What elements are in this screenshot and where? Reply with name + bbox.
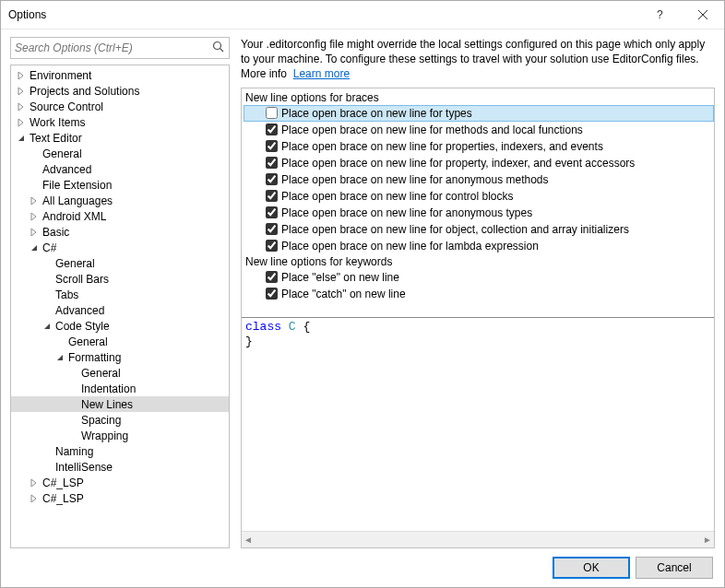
option-row[interactable]: Place open brace on new line for anonymo… bbox=[244, 171, 714, 188]
option-label: Place open brace on new line for anonymo… bbox=[281, 206, 532, 219]
tree-item-label: Android XML bbox=[41, 210, 106, 223]
tree-item[interactable]: Source Control bbox=[11, 99, 229, 114]
tree-item[interactable]: All Languages bbox=[11, 193, 229, 208]
checkbox-list[interactable]: New line options for bracesPlace open br… bbox=[242, 88, 714, 317]
tree-item-label: All Languages bbox=[41, 194, 113, 207]
tree-item[interactable]: Wrapping bbox=[11, 428, 229, 443]
chevron-down-icon[interactable] bbox=[41, 320, 53, 333]
svg-point-3 bbox=[214, 42, 221, 50]
option-checkbox[interactable] bbox=[266, 271, 278, 283]
tree-item[interactable]: C#_LSP bbox=[11, 475, 229, 490]
chevron-right-icon[interactable] bbox=[28, 194, 41, 207]
tree-item-label: Scroll Bars bbox=[53, 273, 109, 286]
tree-item[interactable]: C#_LSP bbox=[11, 490, 229, 506]
tree-arrow-spacer bbox=[66, 398, 79, 411]
option-row[interactable]: Place open brace on new line for propert… bbox=[244, 155, 714, 171]
tree-item-label: New Lines bbox=[79, 398, 133, 411]
help-button[interactable]: ? bbox=[639, 1, 682, 29]
close-button[interactable] bbox=[682, 1, 724, 29]
tree-item-label: C#_LSP bbox=[41, 492, 84, 505]
scroll-right-icon[interactable]: ► bbox=[703, 535, 712, 545]
search-box[interactable] bbox=[10, 37, 230, 59]
tree-item[interactable]: Spacing bbox=[11, 412, 229, 428]
tree-item[interactable]: Naming bbox=[11, 443, 229, 459]
tree-item[interactable]: Code Style bbox=[11, 318, 229, 334]
chevron-right-icon[interactable] bbox=[15, 85, 28, 98]
tree-item-label: Environment bbox=[28, 69, 91, 82]
tree-arrow-spacer bbox=[41, 445, 53, 458]
option-label: Place open brace on new line for propert… bbox=[281, 140, 603, 153]
tree-arrow-spacer bbox=[41, 461, 53, 474]
options-tree[interactable]: EnvironmentProjects and SolutionsSource … bbox=[10, 65, 230, 548]
tree-item[interactable]: File Extension bbox=[11, 177, 229, 193]
tree-item-label: General bbox=[53, 257, 95, 270]
option-label: Place open brace on new line for methods… bbox=[281, 123, 583, 136]
option-checkbox[interactable] bbox=[266, 157, 278, 169]
chevron-right-icon[interactable] bbox=[15, 116, 28, 129]
intro-text: Your .editorconfig file might override t… bbox=[241, 37, 715, 82]
option-checkbox[interactable] bbox=[266, 140, 278, 152]
option-row[interactable]: Place open brace on new line for methods… bbox=[244, 122, 714, 138]
tree-item[interactable]: Advanced bbox=[11, 161, 229, 177]
option-checkbox[interactable] bbox=[266, 240, 278, 252]
option-row[interactable]: Place open brace on new line for propert… bbox=[244, 138, 714, 155]
option-row[interactable]: Place open brace on new line for control… bbox=[244, 188, 714, 205]
option-row[interactable]: Place open brace on new line for anonymo… bbox=[244, 205, 714, 221]
option-row[interactable]: Place "catch" on new line bbox=[244, 286, 714, 302]
tree-item[interactable]: General bbox=[11, 365, 229, 381]
tree-arrow-spacer bbox=[41, 257, 53, 270]
tree-item-label: General bbox=[41, 147, 82, 160]
tree-item[interactable]: Scroll Bars bbox=[11, 271, 229, 287]
option-group-header: New line options for braces bbox=[244, 90, 714, 105]
option-checkbox[interactable] bbox=[266, 206, 278, 218]
option-checkbox[interactable] bbox=[266, 288, 278, 300]
tree-item[interactable]: Formatting bbox=[11, 349, 229, 365]
chevron-right-icon[interactable] bbox=[15, 69, 28, 82]
tree-item[interactable]: New Lines bbox=[11, 396, 229, 412]
option-checkbox[interactable] bbox=[266, 107, 278, 119]
scroll-left-icon[interactable]: ◄ bbox=[244, 535, 253, 545]
tree-item[interactable]: Tabs bbox=[11, 287, 229, 302]
option-checkbox[interactable] bbox=[266, 123, 278, 135]
chevron-right-icon[interactable] bbox=[28, 226, 41, 239]
chevron-right-icon[interactable] bbox=[28, 210, 41, 223]
tree-arrow-spacer bbox=[28, 179, 41, 192]
tree-item[interactable]: General bbox=[11, 334, 229, 349]
ok-button[interactable]: OK bbox=[553, 557, 630, 579]
option-label: Place open brace on new line for types bbox=[281, 107, 472, 120]
learn-more-link[interactable]: Learn more bbox=[293, 67, 350, 80]
tree-item-label: C# bbox=[41, 241, 56, 254]
option-checkbox[interactable] bbox=[266, 223, 278, 235]
window-title: Options bbox=[8, 8, 639, 21]
chevron-down-icon[interactable] bbox=[28, 241, 41, 254]
chevron-right-icon[interactable] bbox=[28, 476, 41, 489]
chevron-down-icon[interactable] bbox=[15, 132, 28, 145]
chevron-right-icon[interactable] bbox=[28, 492, 41, 505]
tree-item[interactable]: IntelliSense bbox=[11, 459, 229, 475]
option-row[interactable]: Place open brace on new line for object,… bbox=[244, 221, 714, 238]
tree-arrow-spacer bbox=[53, 335, 66, 348]
cancel-button[interactable]: Cancel bbox=[636, 557, 713, 579]
tree-item[interactable]: Text Editor bbox=[11, 130, 229, 146]
tree-item[interactable]: Indentation bbox=[11, 381, 229, 396]
option-row[interactable]: Place open brace on new line for types bbox=[244, 105, 714, 122]
tree-item-label: Formatting bbox=[66, 351, 121, 364]
tree-item[interactable]: General bbox=[11, 146, 229, 161]
option-checkbox[interactable] bbox=[266, 173, 278, 185]
tree-item[interactable]: General bbox=[11, 255, 229, 271]
tree-item[interactable]: Advanced bbox=[11, 302, 229, 318]
chevron-down-icon[interactable] bbox=[53, 351, 66, 364]
tree-item[interactable]: Android XML bbox=[11, 208, 229, 224]
chevron-right-icon[interactable] bbox=[15, 100, 28, 113]
option-checkbox[interactable] bbox=[266, 190, 278, 202]
search-input[interactable] bbox=[11, 38, 214, 58]
tree-item[interactable]: Basic bbox=[11, 224, 229, 240]
tree-item[interactable]: Work Items bbox=[11, 114, 229, 130]
tree-item[interactable]: Environment bbox=[11, 67, 229, 83]
option-label: Place open brace on new line for object,… bbox=[281, 223, 629, 236]
tree-item[interactable]: Projects and Solutions bbox=[11, 83, 229, 99]
horizontal-scrollbar[interactable]: ◄ ► bbox=[242, 531, 714, 547]
option-row[interactable]: Place "else" on new line bbox=[244, 269, 714, 286]
option-row[interactable]: Place open brace on new line for lambda … bbox=[244, 238, 714, 254]
tree-item[interactable]: C# bbox=[11, 240, 229, 255]
